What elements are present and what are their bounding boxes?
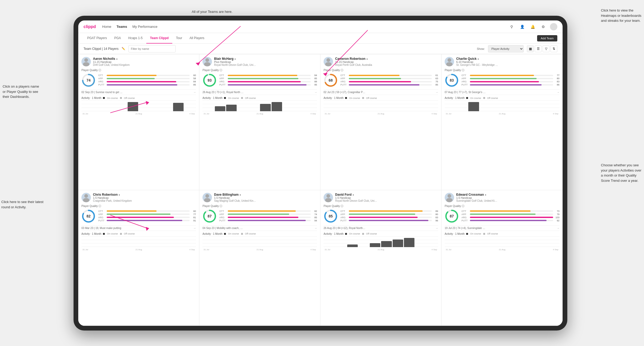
player-header: Dave Billingham ● 1-5 Handicap Sag Magin… xyxy=(202,193,317,202)
arrow-right-icon[interactable]: → xyxy=(435,91,438,94)
show-select[interactable]: Player Activity Quality Score Trend xyxy=(488,45,524,52)
stat-row: ARG 103 xyxy=(461,216,559,219)
player-club: Craigmillar Park, United Kingdom xyxy=(93,199,135,202)
tab-pga[interactable]: PGA xyxy=(111,33,124,44)
tab-all-players[interactable]: All Players xyxy=(186,33,208,44)
latest-round-text[interactable]: 02 Sep 23 | Sunrise round to get back in… xyxy=(81,91,123,94)
search-icon[interactable]: ⚲ xyxy=(508,23,515,30)
player-name[interactable]: Chris Robertson ● xyxy=(93,193,196,196)
edit-icon[interactable]: ✏️ xyxy=(122,47,125,50)
player-avatar xyxy=(202,57,212,66)
latest-round-text[interactable]: 02 Jul 23 | 59 (+17), Craigmillar Park G… xyxy=(324,91,366,94)
quality-label: Player Quality ⓘ xyxy=(324,204,438,208)
latest-round-text[interactable]: 03 Mar 23 | 19, Must make putting xyxy=(81,227,121,230)
latest-round: 26 Aug 23 | 73 (+1), Royal North Devon G… xyxy=(202,89,317,95)
donut-chart[interactable]: 74 xyxy=(81,73,96,87)
bell-icon[interactable]: 🔔 xyxy=(529,23,536,30)
latest-round-text[interactable]: 04 Sep 23 | Mobility with coach, Gym xyxy=(202,227,245,230)
donut-score[interactable]: 83 xyxy=(450,78,454,82)
mini-chart: 31 Jul 21 Aug 4 Sep xyxy=(445,236,559,251)
off-course-label: Off course xyxy=(245,97,256,99)
arrow-right-icon[interactable]: → xyxy=(314,91,317,94)
player-name[interactable]: Dave Billingham ● xyxy=(214,193,317,196)
avatar-icon[interactable] xyxy=(550,23,557,30)
donut-chart[interactable]: 68 xyxy=(324,73,338,87)
latest-round-text[interactable]: 26 Aug 23 | 73 (+1), Royal North Devon G… xyxy=(202,91,245,94)
player-card: Aaron Nicholls ● 11-15 Handicap Drift Go… xyxy=(78,54,199,190)
add-team-button[interactable]: Add Team xyxy=(537,35,557,41)
tab-team-clippd[interactable]: Team Clippd xyxy=(146,33,172,44)
donut-score[interactable]: 82 xyxy=(86,214,91,218)
activity-legend: On course Off course xyxy=(224,97,256,99)
arrow-right-icon[interactable]: → xyxy=(193,227,196,230)
stat-value: 84 xyxy=(312,74,317,77)
activity-legend: On course Off course xyxy=(224,232,256,235)
nav-teams[interactable]: Teams xyxy=(117,24,127,30)
donut-score[interactable]: 74 xyxy=(86,78,91,82)
player-header: Blair McHarg ● Plus Handicap Royal North… xyxy=(202,57,317,66)
quality-label: Player Quality ⓘ xyxy=(324,68,438,72)
tab-pgat-players[interactable]: PGAT Players xyxy=(84,33,111,44)
latest-round: 19 Jul 23 | 74 (+4), Sunningdale GC - Ol… xyxy=(445,225,559,231)
latest-round-text[interactable]: 19 Jul 23 | 74 (+4), Sunningdale GC - Ol… xyxy=(445,227,487,230)
activity-title: Activity · 1 Month xyxy=(81,232,101,235)
donut-chart[interactable]: 87 xyxy=(445,209,459,223)
tab-tour[interactable]: Tour xyxy=(172,33,186,44)
arrow-right-icon[interactable]: → xyxy=(435,227,438,230)
donut-chart[interactable]: 82 xyxy=(81,209,96,223)
player-name[interactable]: Aaron Nicholls ● xyxy=(93,57,196,61)
donut-score[interactable]: 93 xyxy=(207,78,212,82)
donut-score[interactable]: 85 xyxy=(329,214,333,218)
quality-content: 87 OTT 73 APP 79 ARG 103 xyxy=(445,209,559,223)
stat-value: 83 xyxy=(554,80,559,83)
filter-button[interactable]: ▽ xyxy=(543,45,549,52)
latest-round-text[interactable]: 26 Aug 23 | 84 (+12), Royal North Devon … xyxy=(324,227,366,230)
chart-bar xyxy=(347,244,358,247)
stat-bar-fill xyxy=(107,75,157,76)
sort-button[interactable]: ⇅ xyxy=(550,45,557,52)
donut-chart[interactable]: 87 xyxy=(202,209,217,223)
donut-chart[interactable]: 85 xyxy=(324,209,338,223)
chart-date-start: 31 Jul xyxy=(82,248,88,251)
quality-content: 83 OTT 77 APP 80 ARG 83 xyxy=(445,73,559,87)
arrow-right-icon[interactable]: → xyxy=(314,227,317,230)
player-name[interactable]: Blair McHarg ● xyxy=(214,57,317,61)
chart-date-end: 4 Sep xyxy=(553,113,558,115)
donut-score[interactable]: 68 xyxy=(329,78,333,82)
stat-bar-bg xyxy=(349,220,432,221)
stat-value: 77 xyxy=(554,74,559,77)
latest-round-text[interactable]: 07 Aug 23 | 77 (+7), St George's Hill GC… xyxy=(445,91,487,94)
donut-score[interactable]: 87 xyxy=(207,214,212,218)
stat-bar-bg xyxy=(349,78,432,79)
on-course-label: On course xyxy=(470,97,481,99)
off-course-legend-dot xyxy=(120,97,122,99)
player-name[interactable]: Charlie Quick ● xyxy=(456,57,559,61)
player-name[interactable]: David Ford ● xyxy=(335,193,438,196)
arrow-right-icon[interactable]: → xyxy=(557,91,559,94)
chart-date-end: 4 Sep xyxy=(189,113,195,115)
arrow-right-icon[interactable]: → xyxy=(193,91,196,94)
donut-score[interactable]: 87 xyxy=(450,214,454,218)
chart-date-mid: 21 Aug xyxy=(136,248,142,251)
list-view-button[interactable]: ☰ xyxy=(535,45,542,52)
nav-home[interactable]: Home xyxy=(102,24,111,30)
filter-input[interactable] xyxy=(128,45,176,52)
player-name[interactable]: Edward Crossman ● xyxy=(456,193,559,196)
app-logo[interactable]: clippd xyxy=(84,24,96,29)
nav-my-performance[interactable]: My Performance xyxy=(132,24,157,30)
stat-bar-fill xyxy=(228,220,306,221)
user-icon[interactable]: 👤 xyxy=(518,23,526,30)
player-header: Edward Crossman ● 1-5 Handicap Sunningda… xyxy=(445,193,559,202)
stat-bar-bg xyxy=(349,84,432,86)
donut-chart[interactable]: 83 xyxy=(445,73,459,87)
stat-label: APP xyxy=(219,213,227,216)
chart-bars xyxy=(324,100,438,111)
donut-chart[interactable]: 93 xyxy=(202,73,217,87)
arrow-right-icon[interactable]: → xyxy=(557,227,559,230)
chart-date-start: 31 Jul xyxy=(325,248,330,251)
player-name[interactable]: Cameron Robertson ● xyxy=(335,57,438,61)
grid-view-button[interactable]: ▦ xyxy=(527,45,534,52)
stat-row: PUTT 95 xyxy=(219,83,317,86)
tab-hcaps[interactable]: Hcaps 1-5 xyxy=(124,33,146,44)
settings-icon[interactable]: ⚙ xyxy=(539,23,547,30)
